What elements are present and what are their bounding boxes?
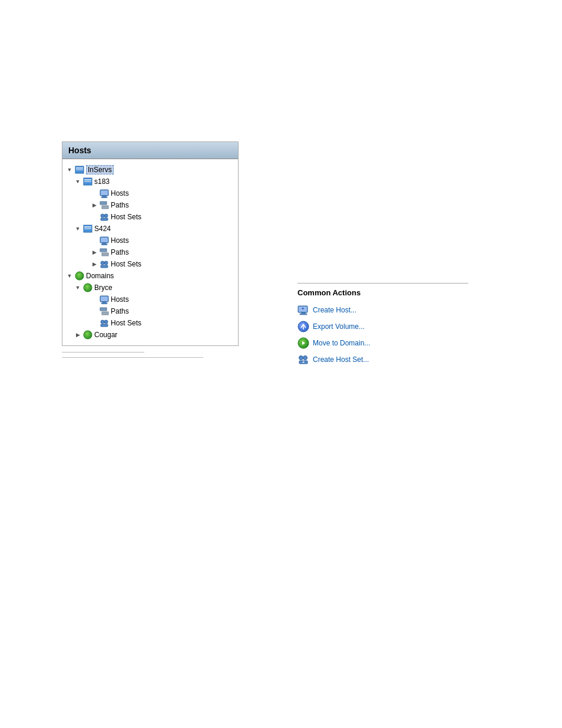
tree-title: Hosts <box>62 142 238 159</box>
hosts-bryce-icon <box>100 295 109 304</box>
tree-item-hostsets-s183[interactable]: Host Sets <box>91 211 234 223</box>
actions-title: Common Actions <box>297 288 468 297</box>
export-volume-action[interactable]: Export Volume... <box>297 321 468 332</box>
create-host-set-label: Create Host Set... <box>313 355 369 364</box>
server-s183-icon <box>83 177 92 186</box>
hosts-s183-label: Hosts <box>111 189 129 197</box>
svg-rect-38 <box>102 312 108 315</box>
s424-label: S424 <box>94 225 111 233</box>
cougar-icon <box>83 330 92 340</box>
svg-rect-20 <box>101 244 107 245</box>
svg-rect-10 <box>100 202 107 205</box>
cougar-label: Cougar <box>94 331 117 339</box>
svg-point-55 <box>299 356 303 360</box>
create-host-label: Create Host... <box>313 306 356 314</box>
paths-s183-label: Paths <box>111 201 129 209</box>
tree-item-bryce[interactable]: Bryce <box>74 282 234 294</box>
long-rule <box>62 357 203 358</box>
hostsets-bryce-label: Host Sets <box>111 319 141 327</box>
hostsets-bryce-icon <box>100 318 109 328</box>
tree-item-inservs[interactable]: InServs <box>66 164 234 176</box>
actions-panel: Common Actions + Create Host... <box>297 141 468 370</box>
tree-item-paths-bryce[interactable]: Paths <box>91 305 234 317</box>
tree-item-paths-s183[interactable]: Paths <box>91 199 234 211</box>
toggle-hostsets-s424[interactable] <box>91 261 98 268</box>
toggle-paths-s424[interactable] <box>91 249 98 256</box>
bryce-label: Bryce <box>94 284 113 292</box>
hostsets-s183-label: Host Sets <box>111 213 141 221</box>
tree-panel: Hosts InServs <box>62 141 239 370</box>
tree-item-hostsets-bryce[interactable]: Host Sets <box>91 317 234 329</box>
svg-rect-36 <box>101 297 108 301</box>
tree-item-paths-s424[interactable]: Paths <box>91 246 234 258</box>
svg-point-40 <box>104 320 108 324</box>
svg-text:+: + <box>302 306 305 311</box>
server-icon <box>75 165 84 174</box>
tree-item-hosts-s183[interactable]: Hosts <box>91 187 234 199</box>
svg-rect-37 <box>100 308 107 311</box>
svg-rect-9 <box>101 190 108 195</box>
svg-point-12 <box>101 214 104 218</box>
tree-item-s183[interactable]: s183 <box>74 176 234 187</box>
bryce-icon <box>83 283 92 292</box>
domains-label: Domains <box>86 272 114 280</box>
svg-rect-47 <box>300 314 307 315</box>
toggle-cougar[interactable] <box>74 331 81 338</box>
tree-item-hostsets-s424[interactable]: Host Sets <box>91 258 234 270</box>
svg-point-13 <box>104 214 108 218</box>
bottom-dividers <box>62 352 239 358</box>
svg-rect-26 <box>101 265 108 268</box>
svg-rect-22 <box>100 249 107 252</box>
svg-rect-35 <box>101 303 107 304</box>
svg-rect-11 <box>102 206 108 209</box>
paths-s183-icon <box>100 200 109 210</box>
toggle-s183[interactable] <box>74 178 81 185</box>
hostsets-s424-label: Host Sets <box>111 260 141 268</box>
toggle-bryce[interactable] <box>74 284 81 291</box>
svg-rect-23 <box>102 253 108 256</box>
move-to-domain-icon <box>297 337 309 349</box>
svg-rect-21 <box>101 238 108 242</box>
hosts-bryce-label: Hosts <box>111 295 129 304</box>
toggle-paths-s183[interactable] <box>91 202 98 209</box>
svg-text:+: + <box>302 360 305 364</box>
toggle-s424[interactable] <box>74 225 81 232</box>
create-host-icon: + <box>297 304 309 316</box>
s183-label: s183 <box>94 177 110 186</box>
hosts-s424-label: Hosts <box>111 236 129 245</box>
tree-body: InServs s183 <box>62 159 238 345</box>
svg-rect-14 <box>101 218 108 220</box>
create-host-action[interactable]: + Create Host... <box>297 304 468 316</box>
server-s424-icon <box>83 224 92 233</box>
domains-icon <box>75 271 84 281</box>
move-to-domain-label: Move to Domain... <box>313 339 370 347</box>
svg-rect-8 <box>101 197 107 198</box>
move-to-domain-action[interactable]: Move to Domain... <box>297 337 468 349</box>
paths-s424-label: Paths <box>111 248 129 256</box>
hosts-s424-icon <box>100 236 109 245</box>
actions-divider <box>297 283 468 284</box>
tree-item-hosts-s424[interactable]: Hosts <box>91 235 234 246</box>
create-host-set-icon: + <box>297 354 309 365</box>
export-volume-icon <box>297 321 309 332</box>
toggle-domains[interactable] <box>66 272 73 279</box>
svg-rect-41 <box>101 324 108 327</box>
export-volume-label: Export Volume... <box>313 322 365 331</box>
svg-point-25 <box>104 261 108 265</box>
hostsets-s424-icon <box>100 259 109 269</box>
paths-bryce-icon <box>100 307 109 316</box>
tree-item-cougar[interactable]: Cougar <box>74 329 234 341</box>
tree-item-s424[interactable]: S424 <box>74 223 234 235</box>
hostsets-s183-icon <box>100 212 109 222</box>
svg-point-39 <box>101 320 104 324</box>
tree-item-domains[interactable]: Domains <box>66 270 234 282</box>
tree-item-hosts-bryce[interactable]: Hosts <box>91 294 234 305</box>
short-rule <box>62 352 144 353</box>
hosts-s183-icon <box>100 189 109 198</box>
toggle-inservs[interactable] <box>66 166 73 173</box>
paths-bryce-label: Paths <box>111 307 129 315</box>
create-host-set-action[interactable]: + Create Host Set... <box>297 354 468 365</box>
svg-point-56 <box>303 356 308 360</box>
svg-point-24 <box>101 261 104 265</box>
paths-s424-icon <box>100 248 109 257</box>
